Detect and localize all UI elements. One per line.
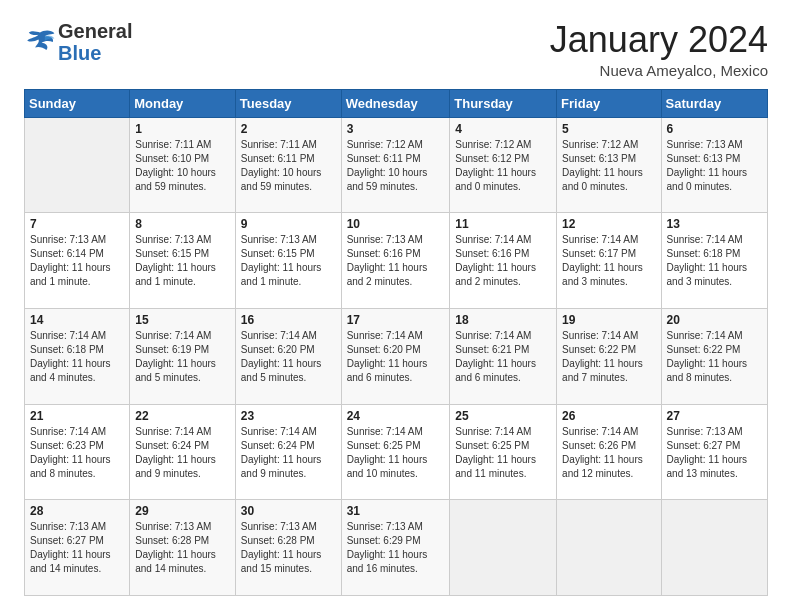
- logo: General Blue: [24, 20, 132, 64]
- day-number: 18: [455, 313, 551, 327]
- day-number: 9: [241, 217, 336, 231]
- logo-general-text: General: [58, 20, 132, 42]
- col-monday: Monday: [130, 89, 236, 117]
- calendar-cell: 10Sunrise: 7:13 AM Sunset: 6:16 PM Dayli…: [341, 213, 450, 309]
- day-number: 7: [30, 217, 124, 231]
- day-info: Sunrise: 7:14 AM Sunset: 6:26 PM Dayligh…: [562, 425, 655, 481]
- day-number: 31: [347, 504, 445, 518]
- calendar-cell: 22Sunrise: 7:14 AM Sunset: 6:24 PM Dayli…: [130, 404, 236, 500]
- calendar-cell: 26Sunrise: 7:14 AM Sunset: 6:26 PM Dayli…: [557, 404, 661, 500]
- title-section: January 2024 Nueva Ameyalco, Mexico: [550, 20, 768, 79]
- calendar-cell: 13Sunrise: 7:14 AM Sunset: 6:18 PM Dayli…: [661, 213, 767, 309]
- day-number: 29: [135, 504, 230, 518]
- calendar-cell: 4Sunrise: 7:12 AM Sunset: 6:12 PM Daylig…: [450, 117, 557, 213]
- day-info: Sunrise: 7:13 AM Sunset: 6:13 PM Dayligh…: [667, 138, 762, 194]
- day-number: 14: [30, 313, 124, 327]
- col-wednesday: Wednesday: [341, 89, 450, 117]
- day-number: 28: [30, 504, 124, 518]
- calendar-cell: 15Sunrise: 7:14 AM Sunset: 6:19 PM Dayli…: [130, 308, 236, 404]
- calendar-week-3: 14Sunrise: 7:14 AM Sunset: 6:18 PM Dayli…: [25, 308, 768, 404]
- day-info: Sunrise: 7:14 AM Sunset: 6:25 PM Dayligh…: [347, 425, 445, 481]
- calendar-cell: [450, 500, 557, 596]
- day-info: Sunrise: 7:13 AM Sunset: 6:29 PM Dayligh…: [347, 520, 445, 576]
- day-number: 30: [241, 504, 336, 518]
- day-info: Sunrise: 7:13 AM Sunset: 6:28 PM Dayligh…: [135, 520, 230, 576]
- day-info: Sunrise: 7:14 AM Sunset: 6:17 PM Dayligh…: [562, 233, 655, 289]
- day-info: Sunrise: 7:14 AM Sunset: 6:20 PM Dayligh…: [347, 329, 445, 385]
- day-info: Sunrise: 7:14 AM Sunset: 6:21 PM Dayligh…: [455, 329, 551, 385]
- calendar-cell: 29Sunrise: 7:13 AM Sunset: 6:28 PM Dayli…: [130, 500, 236, 596]
- col-friday: Friday: [557, 89, 661, 117]
- day-number: 22: [135, 409, 230, 423]
- day-number: 15: [135, 313, 230, 327]
- day-number: 6: [667, 122, 762, 136]
- calendar-table: Sunday Monday Tuesday Wednesday Thursday…: [24, 89, 768, 596]
- header: General Blue January 2024 Nueva Ameyalco…: [24, 20, 768, 79]
- calendar-cell: 11Sunrise: 7:14 AM Sunset: 6:16 PM Dayli…: [450, 213, 557, 309]
- day-info: Sunrise: 7:14 AM Sunset: 6:18 PM Dayligh…: [667, 233, 762, 289]
- day-number: 10: [347, 217, 445, 231]
- calendar-cell: 27Sunrise: 7:13 AM Sunset: 6:27 PM Dayli…: [661, 404, 767, 500]
- calendar-cell: 5Sunrise: 7:12 AM Sunset: 6:13 PM Daylig…: [557, 117, 661, 213]
- calendar-week-5: 28Sunrise: 7:13 AM Sunset: 6:27 PM Dayli…: [25, 500, 768, 596]
- location: Nueva Ameyalco, Mexico: [550, 62, 768, 79]
- day-info: Sunrise: 7:11 AM Sunset: 6:11 PM Dayligh…: [241, 138, 336, 194]
- day-info: Sunrise: 7:12 AM Sunset: 6:12 PM Dayligh…: [455, 138, 551, 194]
- calendar-cell: 28Sunrise: 7:13 AM Sunset: 6:27 PM Dayli…: [25, 500, 130, 596]
- calendar-cell: 7Sunrise: 7:13 AM Sunset: 6:14 PM Daylig…: [25, 213, 130, 309]
- day-info: Sunrise: 7:13 AM Sunset: 6:27 PM Dayligh…: [30, 520, 124, 576]
- day-info: Sunrise: 7:14 AM Sunset: 6:22 PM Dayligh…: [667, 329, 762, 385]
- day-info: Sunrise: 7:14 AM Sunset: 6:20 PM Dayligh…: [241, 329, 336, 385]
- day-info: Sunrise: 7:14 AM Sunset: 6:22 PM Dayligh…: [562, 329, 655, 385]
- day-info: Sunrise: 7:14 AM Sunset: 6:24 PM Dayligh…: [241, 425, 336, 481]
- day-number: 3: [347, 122, 445, 136]
- day-info: Sunrise: 7:12 AM Sunset: 6:11 PM Dayligh…: [347, 138, 445, 194]
- calendar-cell: [661, 500, 767, 596]
- calendar-cell: 30Sunrise: 7:13 AM Sunset: 6:28 PM Dayli…: [235, 500, 341, 596]
- day-number: 23: [241, 409, 336, 423]
- day-number: 12: [562, 217, 655, 231]
- day-info: Sunrise: 7:13 AM Sunset: 6:27 PM Dayligh…: [667, 425, 762, 481]
- day-info: Sunrise: 7:14 AM Sunset: 6:25 PM Dayligh…: [455, 425, 551, 481]
- month-title: January 2024: [550, 20, 768, 60]
- col-thursday: Thursday: [450, 89, 557, 117]
- col-saturday: Saturday: [661, 89, 767, 117]
- col-sunday: Sunday: [25, 89, 130, 117]
- page: General Blue January 2024 Nueva Ameyalco…: [0, 0, 792, 612]
- calendar-body: 1Sunrise: 7:11 AM Sunset: 6:10 PM Daylig…: [25, 117, 768, 595]
- calendar-cell: 2Sunrise: 7:11 AM Sunset: 6:11 PM Daylig…: [235, 117, 341, 213]
- calendar-cell: 23Sunrise: 7:14 AM Sunset: 6:24 PM Dayli…: [235, 404, 341, 500]
- calendar-week-2: 7Sunrise: 7:13 AM Sunset: 6:14 PM Daylig…: [25, 213, 768, 309]
- day-number: 2: [241, 122, 336, 136]
- calendar-cell: 21Sunrise: 7:14 AM Sunset: 6:23 PM Dayli…: [25, 404, 130, 500]
- day-info: Sunrise: 7:13 AM Sunset: 6:15 PM Dayligh…: [135, 233, 230, 289]
- calendar-cell: 14Sunrise: 7:14 AM Sunset: 6:18 PM Dayli…: [25, 308, 130, 404]
- calendar-cell: 31Sunrise: 7:13 AM Sunset: 6:29 PM Dayli…: [341, 500, 450, 596]
- day-number: 13: [667, 217, 762, 231]
- day-number: 21: [30, 409, 124, 423]
- day-info: Sunrise: 7:13 AM Sunset: 6:15 PM Dayligh…: [241, 233, 336, 289]
- day-number: 26: [562, 409, 655, 423]
- header-row: Sunday Monday Tuesday Wednesday Thursday…: [25, 89, 768, 117]
- day-info: Sunrise: 7:14 AM Sunset: 6:16 PM Dayligh…: [455, 233, 551, 289]
- day-info: Sunrise: 7:13 AM Sunset: 6:14 PM Dayligh…: [30, 233, 124, 289]
- day-number: 5: [562, 122, 655, 136]
- day-info: Sunrise: 7:11 AM Sunset: 6:10 PM Dayligh…: [135, 138, 230, 194]
- logo-bird-icon: [24, 28, 56, 56]
- day-number: 24: [347, 409, 445, 423]
- calendar-week-1: 1Sunrise: 7:11 AM Sunset: 6:10 PM Daylig…: [25, 117, 768, 213]
- day-info: Sunrise: 7:14 AM Sunset: 6:19 PM Dayligh…: [135, 329, 230, 385]
- calendar-week-4: 21Sunrise: 7:14 AM Sunset: 6:23 PM Dayli…: [25, 404, 768, 500]
- calendar-cell: [25, 117, 130, 213]
- day-number: 1: [135, 122, 230, 136]
- day-info: Sunrise: 7:13 AM Sunset: 6:28 PM Dayligh…: [241, 520, 336, 576]
- calendar-cell: 16Sunrise: 7:14 AM Sunset: 6:20 PM Dayli…: [235, 308, 341, 404]
- day-number: 27: [667, 409, 762, 423]
- day-number: 8: [135, 217, 230, 231]
- calendar-cell: 6Sunrise: 7:13 AM Sunset: 6:13 PM Daylig…: [661, 117, 767, 213]
- logo-name: General Blue: [58, 20, 132, 64]
- calendar-cell: 20Sunrise: 7:14 AM Sunset: 6:22 PM Dayli…: [661, 308, 767, 404]
- day-number: 19: [562, 313, 655, 327]
- calendar-cell: 8Sunrise: 7:13 AM Sunset: 6:15 PM Daylig…: [130, 213, 236, 309]
- calendar-header: Sunday Monday Tuesday Wednesday Thursday…: [25, 89, 768, 117]
